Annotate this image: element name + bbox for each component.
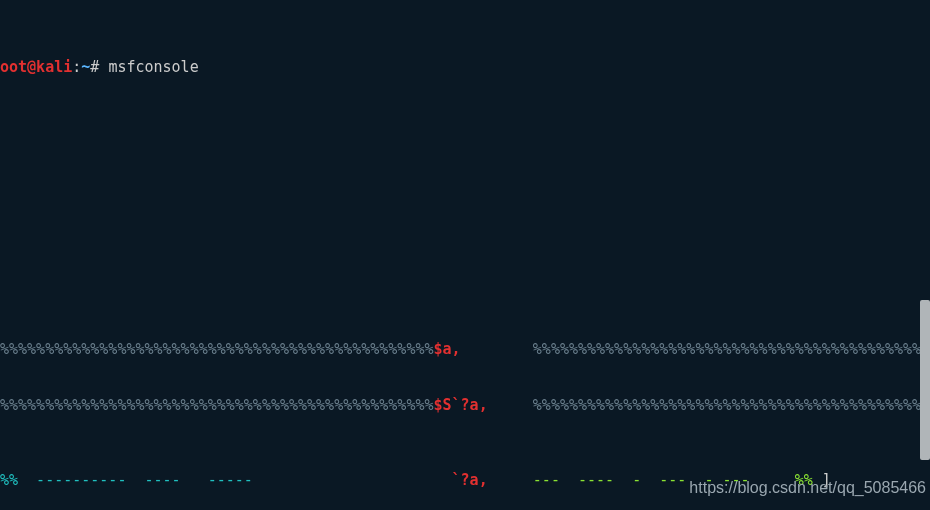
command-entered: msfconsole (108, 58, 198, 76)
prompt-path: ~ (81, 58, 90, 76)
shell-prompt: oot@kali:~# msfconsole (0, 58, 930, 77)
blank-line (0, 133, 930, 152)
scrollbar-thumb[interactable] (920, 300, 930, 460)
scrollbar[interactable] (920, 0, 930, 510)
watermark: https://blog.csdn.net/qq_5085466 (689, 478, 926, 498)
terminal[interactable]: oot@kali:~# msfconsole %%%%%%%%%%%%%%%%%… (0, 0, 930, 510)
blank-line (0, 190, 930, 209)
metasploit-banner: %%%%%%%%%%%%%%%%%%%%%%%%%%%%%%%%%%%%%%%%… (0, 283, 930, 510)
prompt-user: oot@kali (0, 58, 72, 76)
